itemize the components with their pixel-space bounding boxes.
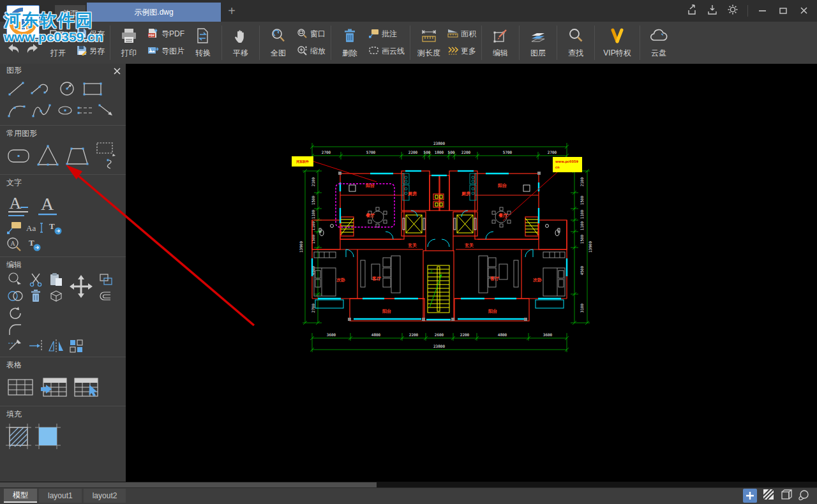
delete-tool[interactable] xyxy=(26,288,46,304)
polyline-tool[interactable] xyxy=(29,78,55,100)
orbit-button[interactable] xyxy=(798,488,811,503)
convert-button[interactable]: 转换 xyxy=(187,22,219,64)
tab-home[interactable]: 首页 xyxy=(55,5,86,22)
revision-cloud-tool[interactable] xyxy=(92,141,121,170)
delete-button[interactable]: 删除 xyxy=(334,22,366,64)
svg-text:厨房: 厨房 xyxy=(407,191,417,196)
layout1-tab[interactable]: layout1 xyxy=(39,489,82,503)
svg-text:2600: 2600 xyxy=(435,332,444,337)
mirror-tool[interactable] xyxy=(46,337,66,354)
fit-view-button[interactable]: 全图 xyxy=(262,22,294,64)
text-case-tool[interactable]: Aa xyxy=(24,219,45,236)
svg-text:2200: 2200 xyxy=(460,332,470,337)
trapezoid-tool[interactable] xyxy=(63,141,92,170)
settings-button[interactable] xyxy=(724,3,741,19)
plus-icon xyxy=(746,491,754,500)
hand-icon xyxy=(232,27,250,47)
triangle-tool[interactable] xyxy=(33,141,63,170)
solid-fill-tool[interactable] xyxy=(33,422,63,451)
toolbar-separator xyxy=(331,26,331,60)
layers-button[interactable]: 图层 xyxy=(522,22,554,64)
cloud-disk-button[interactable]: 云盘 xyxy=(643,22,675,64)
model-tab[interactable]: 模型 xyxy=(4,489,37,503)
svg-text:2100: 2100 xyxy=(311,177,315,186)
window-zoom-button[interactable]: 窗口 xyxy=(297,27,326,42)
region-select-tool[interactable] xyxy=(5,271,26,288)
toolbar-separator xyxy=(519,26,520,60)
measure-length-button[interactable]: 测长度 xyxy=(413,22,445,64)
svg-text:3600: 3600 xyxy=(327,332,336,337)
overlap-circles-tool[interactable] xyxy=(5,288,26,304)
vip-button[interactable]: VIP特权 xyxy=(597,22,637,64)
area-button[interactable]: 面积 xyxy=(447,27,476,42)
app-logo[interactable] xyxy=(6,5,40,38)
copy-tool[interactable] xyxy=(96,271,116,288)
explode-tool[interactable] xyxy=(46,288,66,304)
minimize-button[interactable] xyxy=(754,3,771,19)
close-button[interactable] xyxy=(795,3,812,19)
array-tool[interactable] xyxy=(66,337,87,354)
open-button[interactable]: 打开 xyxy=(42,22,74,64)
leader-tool[interactable] xyxy=(96,102,116,119)
download-button[interactable] xyxy=(704,3,721,19)
offset-tool[interactable] xyxy=(75,102,96,119)
text-arrow-tool[interactable]: T xyxy=(45,219,65,236)
save-button[interactable]: 保存 xyxy=(77,27,105,42)
tab-document[interactable]: 示例图.dwg xyxy=(87,3,221,22)
arc-tool[interactable] xyxy=(4,100,29,121)
share-button[interactable] xyxy=(684,3,700,19)
move-tool[interactable] xyxy=(66,273,96,302)
tools-sidebar: 图形 常用图形 文字 A A Aa T A T xyxy=(0,64,126,482)
layout2-tab[interactable]: layout2 xyxy=(84,489,126,503)
hatch-fill-tool[interactable] xyxy=(4,422,33,451)
undo-button[interactable] xyxy=(8,43,20,56)
line-tool[interactable] xyxy=(4,78,29,100)
table-select-tool[interactable] xyxy=(70,373,103,402)
cut-tool[interactable] xyxy=(26,271,46,288)
text-convert-tool[interactable]: T xyxy=(24,236,45,253)
svg-text:5700: 5700 xyxy=(503,150,513,154)
table-import-tool[interactable] xyxy=(37,373,70,402)
toolbar-separator xyxy=(640,26,640,60)
rectangle-tool[interactable] xyxy=(80,78,106,100)
print-button[interactable]: 打印 xyxy=(113,22,145,64)
paste-tool[interactable] xyxy=(46,271,66,288)
ellipse-tool[interactable] xyxy=(55,102,75,119)
new-tab-button[interactable]: + xyxy=(225,2,239,20)
svg-text:4800: 4800 xyxy=(498,332,507,337)
pan-button[interactable]: 平移 xyxy=(225,22,257,64)
trim-tool[interactable] xyxy=(5,337,26,354)
match-properties-tool[interactable] xyxy=(96,288,116,304)
find-button[interactable]: 查找 xyxy=(560,22,592,64)
rotate-tool[interactable] xyxy=(5,304,26,321)
floor-plan-drawing[interactable]: 23800 2700 5700 2200 500 1800 500 2200 5… xyxy=(274,126,609,359)
fillet-tool[interactable] xyxy=(5,321,26,337)
find-text-tool[interactable]: A xyxy=(4,236,24,253)
zoom-button[interactable]: 缩放 xyxy=(297,44,326,59)
export-pdf-button[interactable]: PDF 导PDF xyxy=(147,27,184,42)
cloud-line-button[interactable]: 画云线 xyxy=(368,44,405,59)
redo-button[interactable] xyxy=(26,43,38,56)
rounded-rect-tool[interactable] xyxy=(4,141,33,170)
table-tool[interactable] xyxy=(4,373,37,402)
save-as-button[interactable]: 另存 xyxy=(77,44,105,59)
dimension-text: 23800 2700 5700 2200 500 1800 500 2200 5… xyxy=(299,141,592,348)
export-image-button[interactable]: 导图片 xyxy=(147,44,184,59)
svg-text:A: A xyxy=(41,194,54,214)
text-note-tool[interactable] xyxy=(4,219,24,236)
edit-button[interactable]: 编辑 xyxy=(484,22,516,64)
extend-tool[interactable] xyxy=(26,337,46,354)
scrollbar-thumb[interactable] xyxy=(0,482,377,487)
cube-icon xyxy=(780,488,793,501)
view-3d-button[interactable] xyxy=(780,488,793,503)
multiline-text-tool[interactable]: A xyxy=(4,190,33,219)
maximize-button[interactable] xyxy=(775,3,791,19)
spline-tool[interactable] xyxy=(29,100,55,121)
single-text-tool[interactable]: A xyxy=(33,190,63,219)
crosshair-toggle-button[interactable] xyxy=(743,489,757,503)
panel-close-button[interactable] xyxy=(114,66,121,78)
circle-tool[interactable] xyxy=(55,78,80,100)
comment-button[interactable]: 批注 xyxy=(368,27,405,42)
more-measure-button[interactable]: 更多 xyxy=(447,44,476,59)
hatch-display-button[interactable] xyxy=(762,488,775,503)
